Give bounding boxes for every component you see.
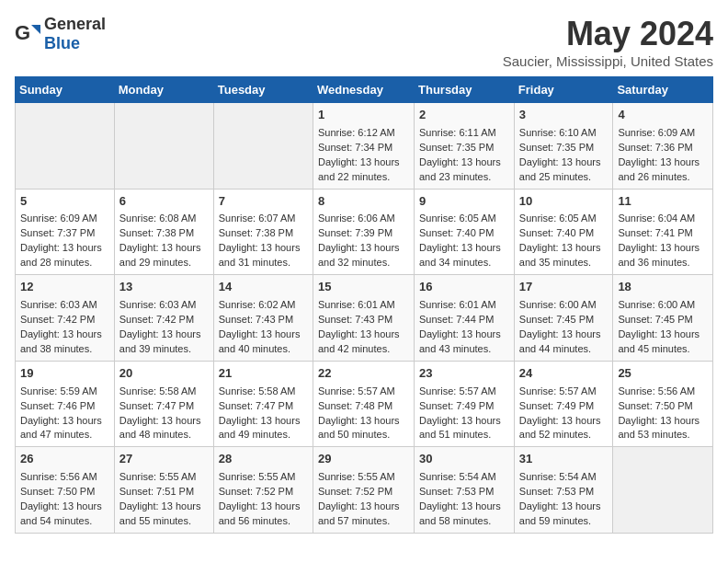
cell-info: Sunrise: 5:56 AM xyxy=(618,385,708,399)
cell-info: Daylight: 13 hours and 39 minutes. xyxy=(119,327,209,357)
title-block: May 2024 Saucier, Mississippi, United St… xyxy=(503,15,713,69)
cell-info: Sunrise: 6:01 AM xyxy=(419,298,509,313)
cell-info: Sunset: 7:34 PM xyxy=(318,141,409,155)
calendar-cell: 9Sunrise: 6:05 AMSunset: 7:40 PMDaylight… xyxy=(415,189,515,275)
cell-info: Sunrise: 6:09 AM xyxy=(618,126,708,141)
day-number: 24 xyxy=(519,365,609,383)
column-header-saturday: Saturday xyxy=(613,77,713,103)
calendar-cell: 30Sunrise: 5:54 AMSunset: 7:53 PMDayligh… xyxy=(415,447,515,534)
calendar-table: SundayMondayTuesdayWednesdayThursdayFrid… xyxy=(15,76,713,534)
cell-info: Daylight: 13 hours and 55 minutes. xyxy=(119,500,209,529)
calendar-body: 1Sunrise: 6:12 AMSunset: 7:34 PMDaylight… xyxy=(16,103,713,534)
cell-info: Sunset: 7:43 PM xyxy=(318,313,409,327)
cell-info: Daylight: 13 hours and 29 minutes. xyxy=(119,241,209,270)
calendar-cell: 28Sunrise: 5:55 AMSunset: 7:52 PMDayligh… xyxy=(213,447,313,534)
calendar-cell: 1Sunrise: 6:12 AMSunset: 7:34 PMDaylight… xyxy=(313,103,414,190)
cell-info: Sunset: 7:42 PM xyxy=(20,313,109,327)
day-number: 10 xyxy=(519,193,609,211)
column-header-thursday: Thursday xyxy=(415,77,515,103)
calendar-cell: 17Sunrise: 6:00 AMSunset: 7:45 PMDayligh… xyxy=(514,275,613,362)
day-number: 27 xyxy=(119,451,209,468)
cell-info: Sunset: 7:52 PM xyxy=(318,485,409,500)
cell-info: Sunrise: 6:04 AM xyxy=(618,212,708,226)
cell-info: Sunset: 7:40 PM xyxy=(519,226,609,241)
cell-info: Sunrise: 6:10 AM xyxy=(519,126,609,141)
logo: G General Blue xyxy=(15,15,106,53)
day-number: 6 xyxy=(119,193,209,211)
day-number: 30 xyxy=(419,451,509,468)
cell-info: Sunset: 7:50 PM xyxy=(20,485,109,500)
cell-info: Daylight: 13 hours and 23 minutes. xyxy=(419,155,509,185)
page-header: G General Blue May 2024 Saucier, Mississ… xyxy=(15,15,713,69)
calendar-cell: 13Sunrise: 6:03 AMSunset: 7:42 PMDayligh… xyxy=(114,275,213,362)
cell-info: Sunrise: 5:54 AM xyxy=(519,470,609,485)
cell-info: Sunrise: 6:03 AM xyxy=(20,298,109,313)
cell-info: Sunset: 7:45 PM xyxy=(618,313,708,327)
cell-info: Sunrise: 6:00 AM xyxy=(519,298,609,313)
day-number: 23 xyxy=(419,365,509,383)
cell-info: Sunrise: 6:03 AM xyxy=(119,298,209,313)
calendar-cell: 12Sunrise: 6:03 AMSunset: 7:42 PMDayligh… xyxy=(16,275,115,362)
cell-info: Daylight: 13 hours and 56 minutes. xyxy=(219,500,308,529)
cell-info: Sunset: 7:49 PM xyxy=(419,399,509,414)
cell-info: Sunset: 7:42 PM xyxy=(119,313,209,327)
calendar-cell: 15Sunrise: 6:01 AMSunset: 7:43 PMDayligh… xyxy=(313,275,414,362)
calendar-cell: 2Sunrise: 6:11 AMSunset: 7:35 PMDaylight… xyxy=(415,103,515,190)
cell-info: Sunset: 7:35 PM xyxy=(519,141,609,155)
calendar-cell xyxy=(213,103,313,190)
cell-info: Daylight: 13 hours and 49 minutes. xyxy=(219,414,308,443)
day-number: 28 xyxy=(219,451,308,468)
day-number: 12 xyxy=(20,279,109,296)
day-number: 17 xyxy=(519,279,609,296)
day-number: 18 xyxy=(618,279,708,296)
calendar-cell: 8Sunrise: 6:06 AMSunset: 7:39 PMDaylight… xyxy=(313,189,414,275)
calendar-cell: 20Sunrise: 5:58 AMSunset: 7:47 PMDayligh… xyxy=(114,361,213,447)
cell-info: Sunset: 7:43 PM xyxy=(219,313,308,327)
cell-info: Daylight: 13 hours and 25 minutes. xyxy=(519,155,609,185)
day-number: 9 xyxy=(419,193,509,211)
cell-info: Sunrise: 5:57 AM xyxy=(519,385,609,399)
cell-info: Sunrise: 6:05 AM xyxy=(419,212,509,226)
calendar-cell xyxy=(16,103,115,190)
day-number: 14 xyxy=(219,279,308,296)
day-number: 5 xyxy=(20,193,109,211)
cell-info: Daylight: 13 hours and 51 minutes. xyxy=(419,414,509,443)
calendar-week-1: 1Sunrise: 6:12 AMSunset: 7:34 PMDaylight… xyxy=(16,103,713,190)
cell-info: Sunset: 7:47 PM xyxy=(119,399,209,414)
cell-info: Daylight: 13 hours and 35 minutes. xyxy=(519,241,609,270)
calendar-cell: 3Sunrise: 6:10 AMSunset: 7:35 PMDaylight… xyxy=(514,103,613,190)
cell-info: Sunset: 7:41 PM xyxy=(618,226,708,241)
day-number: 15 xyxy=(318,279,409,296)
calendar-cell xyxy=(613,447,713,534)
cell-info: Sunrise: 5:56 AM xyxy=(20,470,109,485)
cell-info: Sunset: 7:49 PM xyxy=(519,399,609,414)
calendar-week-4: 19Sunrise: 5:59 AMSunset: 7:46 PMDayligh… xyxy=(16,361,713,447)
main-title: May 2024 xyxy=(503,15,713,53)
day-number: 13 xyxy=(119,279,209,296)
cell-info: Sunset: 7:50 PM xyxy=(618,399,708,414)
cell-info: Daylight: 13 hours and 38 minutes. xyxy=(20,327,109,357)
subtitle: Saucier, Mississippi, United States xyxy=(503,53,713,69)
svg-marker-1 xyxy=(31,25,40,34)
day-number: 7 xyxy=(219,193,308,211)
cell-info: Sunset: 7:52 PM xyxy=(219,485,308,500)
calendar-cell: 31Sunrise: 5:54 AMSunset: 7:53 PMDayligh… xyxy=(514,447,613,534)
day-number: 29 xyxy=(318,451,409,468)
cell-info: Sunrise: 5:59 AM xyxy=(20,385,109,399)
calendar-cell: 18Sunrise: 6:00 AMSunset: 7:45 PMDayligh… xyxy=(613,275,713,362)
cell-info: Sunset: 7:48 PM xyxy=(318,399,409,414)
cell-info: Daylight: 13 hours and 59 minutes. xyxy=(519,500,609,529)
calendar-cell: 6Sunrise: 6:08 AMSunset: 7:38 PMDaylight… xyxy=(114,189,213,275)
calendar-cell: 21Sunrise: 5:58 AMSunset: 7:47 PMDayligh… xyxy=(213,361,313,447)
logo-blue: Blue xyxy=(44,34,80,52)
cell-info: Sunrise: 6:11 AM xyxy=(419,126,509,141)
cell-info: Daylight: 13 hours and 54 minutes. xyxy=(20,500,109,529)
cell-info: Daylight: 13 hours and 36 minutes. xyxy=(618,241,708,270)
cell-info: Sunrise: 6:05 AM xyxy=(519,212,609,226)
cell-info: Sunset: 7:45 PM xyxy=(519,313,609,327)
cell-info: Sunset: 7:53 PM xyxy=(419,485,509,500)
cell-info: Daylight: 13 hours and 40 minutes. xyxy=(219,327,308,357)
cell-info: Daylight: 13 hours and 58 minutes. xyxy=(419,500,509,529)
column-header-tuesday: Tuesday xyxy=(213,77,313,103)
calendar-cell: 7Sunrise: 6:07 AMSunset: 7:38 PMDaylight… xyxy=(213,189,313,275)
